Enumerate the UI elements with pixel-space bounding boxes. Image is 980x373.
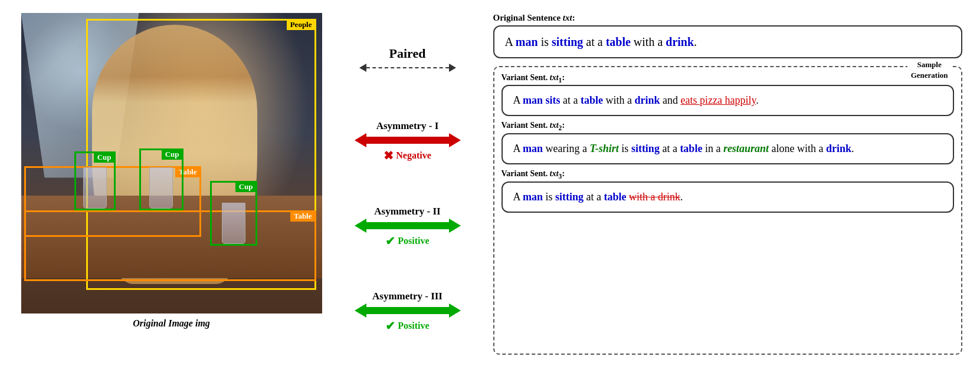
sample-gen-label: SampleGeneration	[907, 60, 952, 81]
sample-gen-box: SampleGeneration Variant Sent. txt1: A m…	[493, 66, 962, 355]
right-panel: Original Sentence txt: A man is sitting …	[490, 13, 962, 355]
cup2-visual	[149, 167, 173, 209]
check-icon-2: ✔	[385, 234, 395, 248]
green-arrow-right-3	[449, 303, 461, 318]
green-arrow-right	[449, 219, 461, 233]
bbox-cup3-label: Cup	[235, 181, 257, 192]
asym1-label: Asymmetry - I	[376, 120, 439, 132]
variant-2-title: Variant Sent. txt2:	[502, 121, 954, 132]
variant-3-box: A man is sitting at a table with a drink…	[502, 181, 954, 213]
positive-label-3: ✔ Positive	[385, 319, 429, 333]
x-mark-icon: ✖	[384, 148, 394, 163]
variant-1-block: Variant Sent. txt1: A man sits at a tabl…	[502, 73, 954, 117]
green-shaft-3	[366, 307, 449, 314]
red-shaft	[366, 137, 449, 144]
main-container: People Table Table Cup Cup Cup	[12, 7, 968, 367]
red-arrow-right	[449, 133, 461, 147]
check-icon-3: ✔	[385, 319, 395, 333]
arrow-left-head	[359, 64, 366, 72]
bbox-table-2: Table	[24, 210, 316, 281]
green-arrow-left	[355, 219, 366, 233]
bbox-cup2-label: Cup	[162, 149, 183, 160]
variant-3-block: Variant Sent. txt3: A man is sitting at …	[502, 169, 954, 213]
variant-2-block: Variant Sent. txt2: A man wearing a T-sh…	[502, 121, 954, 164]
positive-label-2: ✔ Positive	[385, 234, 429, 248]
dashed-line	[366, 67, 449, 68]
variant-1-box: A man sits at a table with a drink and e…	[502, 85, 954, 116]
asym1-arrow	[355, 133, 461, 147]
image-panel: People Table Table Cup Cup Cup	[18, 13, 325, 329]
variant-3-title: Variant Sent. txt3:	[502, 169, 954, 180]
original-sent-title: Original Sentence txt:	[493, 13, 962, 23]
green-arrow-left-3	[355, 303, 366, 318]
asymmetry-3-block: Asymmetry - III ✔ Positive	[355, 291, 461, 333]
cup1-visual	[83, 167, 107, 209]
asym3-arrow	[355, 303, 461, 318]
asym3-label: Asymmetry - III	[372, 291, 443, 302]
asymmetry-1-block: Asymmetry - I ✖ Negative	[355, 120, 461, 163]
red-arrow-left	[355, 133, 366, 147]
paired-section: Paired	[359, 46, 456, 72]
bbox-cup-1: Cup	[74, 151, 116, 210]
arrow-right-head	[449, 64, 456, 72]
paired-label: Paired	[389, 46, 426, 61]
paired-arrow-row	[359, 64, 456, 72]
image-box: People Table Table Cup Cup Cup	[21, 13, 322, 313]
image-caption: Original Image img	[133, 318, 210, 329]
bbox-cup-3: Cup	[210, 181, 257, 246]
bbox-table2-label: Table	[290, 211, 316, 222]
cup3-visual	[222, 203, 245, 244]
bbox-people-label: People	[287, 19, 316, 30]
asymmetry-2-block: Asymmetry - II ✔ Positive	[355, 206, 461, 248]
bbox-cup-2: Cup	[139, 148, 183, 210]
green-shaft	[366, 222, 449, 229]
variant-1-title: Variant Sent. txt1:	[502, 73, 954, 84]
asym2-arrow	[355, 219, 461, 233]
variants-container: Variant Sent. txt1: A man sits at a tabl…	[502, 73, 954, 213]
asym2-label: Asymmetry - II	[374, 206, 440, 217]
variant-2-box: A man wearing a T-shirt is sitting at a …	[502, 133, 954, 164]
negative-label: ✖ Negative	[384, 148, 431, 163]
original-sentence-box: A man is sitting at a table with a drink…	[493, 25, 962, 58]
original-sentence-area: Original Sentence txt: A man is sitting …	[493, 13, 962, 58]
bbox-cup1-label: Cup	[94, 152, 115, 163]
middle-panel: Paired Asymmetry - I ✖ Negative	[331, 13, 484, 355]
